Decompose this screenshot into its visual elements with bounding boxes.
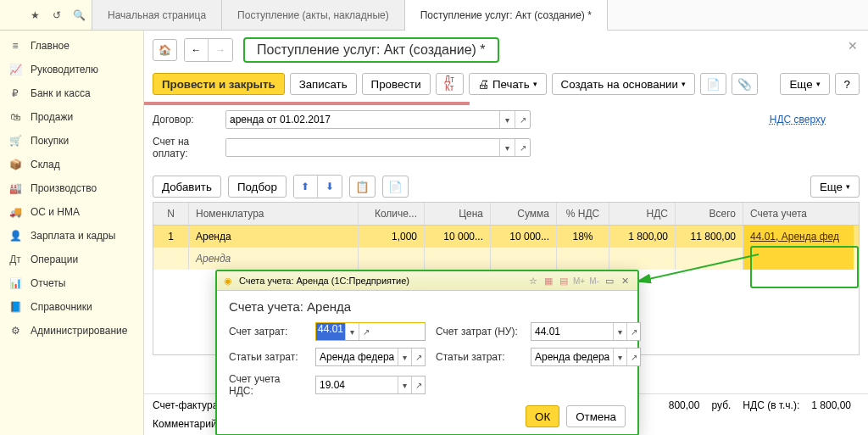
vat-account-input[interactable] — [316, 376, 398, 393]
open-icon[interactable]: ↗ — [411, 376, 425, 393]
open-icon[interactable]: ↗ — [626, 349, 640, 365]
fav-icon[interactable]: ☆ — [527, 275, 539, 287]
vat-account-field[interactable]: ▾ ↗ — [315, 376, 426, 394]
open-icon[interactable]: ↗ — [359, 323, 372, 340]
dialog-heading: Счета учета: Аренда — [229, 299, 626, 314]
m-plus-icon[interactable]: M+ — [573, 275, 585, 287]
cost-item2-input[interactable] — [531, 349, 613, 365]
cost-item2-label: Статьи затрат: — [436, 351, 520, 363]
chevron-down-icon[interactable]: ▾ — [613, 349, 626, 365]
cancel-button[interactable]: Отмена — [566, 405, 626, 427]
dialog-titlebar[interactable]: ◉ Счета учета: Аренда (1С:Предприятие) ☆… — [217, 271, 637, 291]
cost-account-label: Счет затрат: — [229, 326, 305, 337]
cost-account-nu-input[interactable] — [531, 323, 613, 340]
chevron-down-icon[interactable]: ▾ — [398, 349, 411, 365]
cost-item-input[interactable] — [316, 349, 398, 365]
chevron-down-icon[interactable]: ▾ — [613, 323, 626, 340]
accounts-dialog: ◉ Счета учета: Аренда (1С:Предприятие) ☆… — [215, 270, 639, 435]
chevron-down-icon[interactable]: ▾ — [398, 376, 411, 393]
close-dialog-icon[interactable]: ✕ — [619, 275, 631, 287]
cost-account-field[interactable]: 44.01 ▾ ↗ — [315, 322, 426, 341]
vat-account-label: Счет учета НДС: — [229, 373, 305, 397]
cost-item-field[interactable]: ▾ ↗ — [315, 348, 426, 366]
svg-line-0 — [637, 254, 759, 282]
open-icon[interactable]: ↗ — [411, 349, 425, 365]
ok-button[interactable]: ОК — [526, 405, 559, 427]
grid1-icon[interactable]: ▦ — [542, 275, 554, 287]
minimize-icon[interactable]: ▭ — [604, 275, 615, 287]
grid2-icon[interactable]: ▤ — [558, 275, 570, 287]
chevron-down-icon[interactable]: ▾ — [345, 323, 359, 340]
open-icon[interactable]: ↗ — [626, 323, 640, 340]
app-icon: ◉ — [224, 276, 232, 287]
cost-item-label: Статьи затрат: — [229, 351, 305, 363]
dialog-window-title: Счета учета: Аренда (1С:Предприятие) — [239, 276, 409, 286]
cost-account-nu-label: Счет затрат (НУ): — [436, 326, 520, 337]
cost-item2-field[interactable]: ▾ ↗ — [531, 348, 641, 366]
m-minus-icon[interactable]: M- — [588, 275, 600, 287]
cost-account-nu-field[interactable]: ▾ ↗ — [531, 322, 641, 341]
